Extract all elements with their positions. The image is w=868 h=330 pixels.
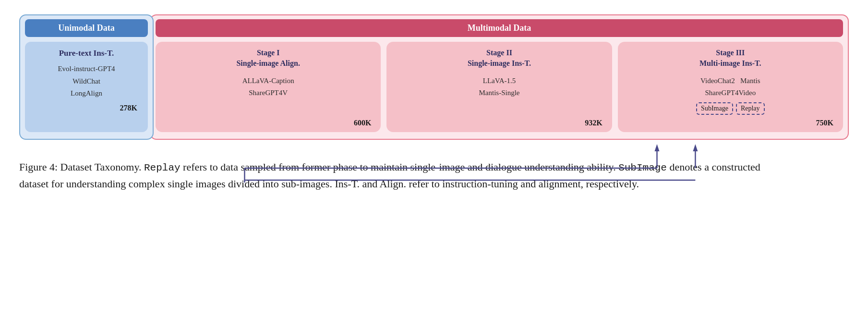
stage-3-row1: VideoChat2 Mantis — [626, 75, 835, 87]
stage-3-title: Stage IIIMulti-image Ins-T. — [626, 48, 835, 69]
stage-1-title: Stage IStage I Single-image Align.Single… — [163, 48, 373, 69]
stage-2-items: LLaVA-1.5 Mantis-Single — [394, 75, 604, 115]
pure-text-box: Pure-text Ins-T. Evol-instruct-GPT4 Wild… — [25, 42, 148, 132]
caption-text-2: refers to data sampled from former phase… — [181, 161, 619, 173]
pure-text-items: Evol-instruct-GPT4 WildChat LongAlign — [34, 63, 139, 100]
unimodal-count: 278K — [34, 104, 139, 112]
figure-caption: Figure 4: Dataset Taxonomy. Replay refer… — [19, 159, 787, 193]
stage-3-item-1: VideoChat2 — [700, 77, 735, 85]
stage-3-count: 750K — [626, 119, 835, 127]
svg-marker-3 — [654, 144, 659, 151]
pure-text-item-2: WildChat — [34, 75, 139, 88]
pure-text-item-1: Evol-instruct-GPT4 — [34, 63, 139, 75]
stage-3-box: Stage IIIMulti-image Ins-T. VideoChat2 M… — [618, 42, 843, 132]
stage-1-items: ALLaVA-Caption ShareGPT4V — [163, 75, 373, 115]
replay-box: Replay — [736, 102, 765, 115]
stage-3-bottom: SubImage Replay — [626, 102, 835, 115]
svg-marker-5 — [693, 144, 698, 151]
pure-text-item-3: LongAlign — [34, 87, 139, 100]
stage-2-item-1: LLaVA-1.5 — [394, 75, 604, 87]
stage-1-box: Stage IStage I Single-image Align.Single… — [156, 42, 381, 132]
stage-3-items: VideoChat2 Mantis ShareGPT4Video — [626, 75, 835, 99]
pure-text-title: Pure-text Ins-T. — [34, 49, 139, 58]
stage-2-item-2: Mantis-Single — [394, 87, 604, 99]
subimage-box: SubImage — [696, 102, 733, 115]
stage-1-item-1: ALLaVA-Caption — [163, 75, 373, 87]
caption-replay-1: Replay — [144, 162, 181, 173]
stages-row: Stage IStage I Single-image Align.Single… — [156, 42, 843, 132]
unimodal-header: Unimodal Data — [25, 19, 148, 37]
caption-label: Figure 4: — [19, 161, 58, 173]
stage-2-title: Stage IISingle-image Ins-T. — [394, 48, 604, 69]
unimodal-section: Unimodal Data Pure-text Ins-T. Evol-inst… — [19, 14, 154, 140]
multimodal-section: Multimodal Data Stage IStage I Single-im… — [150, 14, 849, 140]
stage-2-box: Stage IISingle-image Ins-T. LLaVA-1.5 Ma… — [386, 42, 612, 132]
stage-1-count: 600K — [163, 119, 373, 127]
stage-2-count: 932K — [394, 119, 604, 127]
stage-3-item-3: ShareGPT4Video — [626, 87, 835, 99]
stage-3-item-2: Mantis — [740, 77, 760, 85]
multimodal-header: Multimodal Data — [156, 19, 843, 37]
caption-text-1: Dataset Taxonomy. — [60, 161, 144, 173]
stage-1-item-2: ShareGPT4V — [163, 87, 373, 99]
caption-subimage: SubImage — [618, 162, 667, 173]
